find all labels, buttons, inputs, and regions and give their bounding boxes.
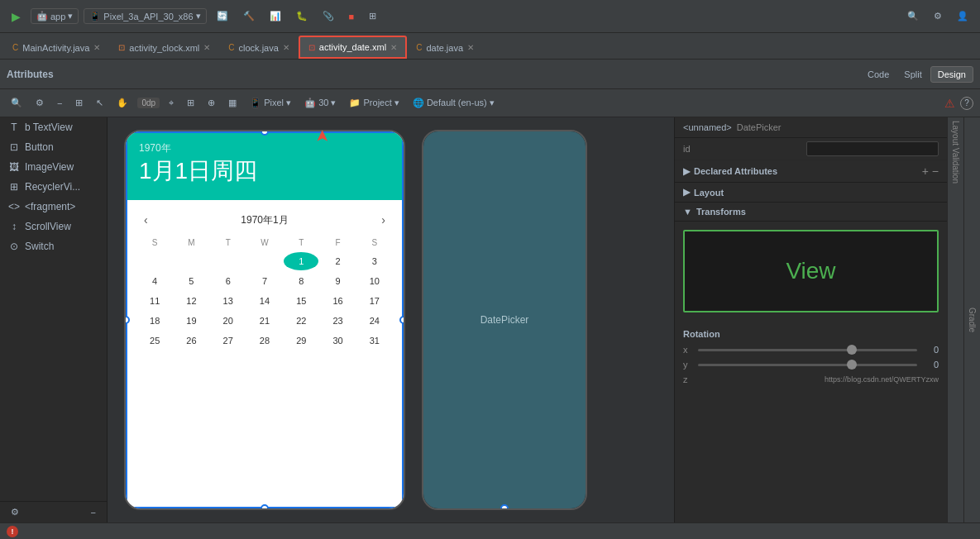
snap-btn[interactable]: ⌖: [165, 96, 178, 110]
cal-day-6[interactable]: 6: [211, 272, 246, 290]
rotation-y-slider[interactable]: [698, 364, 917, 366]
align-btn[interactable]: ⊞: [183, 96, 198, 110]
attr-declared-section[interactable]: ▶ Declared Attributes + −: [675, 160, 947, 183]
avatar-button[interactable]: 👤: [952, 9, 973, 23]
cal-day-25[interactable]: 25: [137, 332, 172, 350]
rotation-x-slider[interactable]: [698, 349, 917, 351]
app-dropdown[interactable]: 🤖 app ▾: [31, 8, 79, 24]
resize-handle-2-bottom[interactable]: [500, 504, 509, 510]
tab-date-java[interactable]: C date.java ✕: [407, 36, 483, 59]
palette-item-recyclerview[interactable]: ⊞ RecyclerVi...: [0, 177, 107, 197]
layout-button[interactable]: ⊞: [364, 9, 381, 23]
project-dropdown-btn[interactable]: 📁 Project ▾: [345, 96, 403, 110]
build-button[interactable]: 🔨: [238, 9, 260, 23]
cal-day-7[interactable]: 7: [247, 272, 282, 290]
select-tool-btn[interactable]: ↖: [92, 96, 108, 110]
cal-day-9[interactable]: 9: [320, 272, 355, 290]
run-button[interactable]: ▶: [7, 8, 26, 25]
layout-validation-panel[interactable]: Layout Validation: [947, 117, 963, 522]
cal-day-16[interactable]: 16: [320, 292, 355, 310]
device-dropdown-btn[interactable]: 📱 Pixel ▾: [246, 96, 295, 110]
cal-day-17[interactable]: 17: [357, 292, 392, 310]
search-palette-btn[interactable]: 🔍: [7, 96, 26, 110]
constraints-btn[interactable]: ⊕: [203, 96, 219, 110]
cal-day-1[interactable]: 1: [284, 252, 318, 270]
cal-day-23[interactable]: 23: [320, 312, 355, 330]
cal-day-24[interactable]: 24: [357, 312, 392, 330]
debug-button[interactable]: 🐛: [291, 9, 313, 23]
tab-activity-date-close[interactable]: ✕: [390, 43, 397, 52]
calendar-prev-btn[interactable]: ‹: [139, 212, 153, 228]
palette-settings-btn[interactable]: ⚙: [7, 505, 23, 519]
cal-day-26[interactable]: 26: [174, 332, 208, 350]
tab-activity-clock-close[interactable]: ✕: [203, 43, 210, 52]
cal-day-27[interactable]: 27: [211, 332, 246, 350]
palette-item-textview[interactable]: T b TextView: [0, 117, 107, 137]
cal-day-18[interactable]: 18: [137, 312, 172, 330]
tab-clock-java-close[interactable]: ✕: [283, 43, 289, 52]
tab-activity-clock[interactable]: ⊡ activity_clock.xml ✕: [109, 36, 219, 59]
add-attr-btn[interactable]: +: [922, 165, 929, 178]
palette-item-fragment[interactable]: <> <fragment>: [0, 197, 107, 217]
cal-day-15[interactable]: 15: [284, 292, 318, 310]
cal-day-22[interactable]: 22: [284, 312, 318, 330]
search-button[interactable]: 🔍: [902, 9, 924, 23]
settings-button[interactable]: ⚙: [929, 9, 947, 23]
cal-day-2[interactable]: 2: [320, 252, 355, 270]
cal-day-4[interactable]: 4: [137, 272, 172, 290]
calendar-next-btn[interactable]: ›: [376, 212, 390, 228]
settings-palette-btn[interactable]: ⚙: [31, 96, 48, 110]
locale-dropdown-btn[interactable]: 🌐 Default (en-us) ▾: [409, 96, 499, 110]
api-dropdown-btn[interactable]: 🤖 30 ▾: [300, 96, 340, 110]
code-button[interactable]: Code: [861, 67, 896, 82]
resize-handle-right[interactable]: [399, 316, 405, 324]
cal-day-20[interactable]: 20: [211, 312, 246, 330]
tab-main-java-close[interactable]: ✕: [93, 43, 100, 52]
cal-day-8[interactable]: 8: [284, 272, 318, 290]
rotation-x-thumb: [847, 345, 857, 355]
attr-id-input[interactable]: [806, 141, 939, 156]
attach-button[interactable]: 📎: [318, 9, 339, 23]
palette-item-switch[interactable]: ⊙ Switch: [0, 236, 107, 256]
cal-day-10[interactable]: 10: [357, 272, 392, 290]
gradle-panel[interactable]: Gradle: [963, 117, 980, 522]
attr-layout-section[interactable]: ▶ Layout: [675, 183, 947, 203]
attr-transforms-section[interactable]: ▼ Transforms: [675, 203, 947, 222]
resize-handle-bottom-right[interactable]: [399, 504, 405, 510]
remove-attr-btn[interactable]: −: [932, 165, 939, 178]
calendar-row-5: 25 26 27 28 29 30 31: [137, 332, 392, 350]
cal-day-21[interactable]: 21: [247, 312, 282, 330]
split-button[interactable]: Split: [897, 67, 928, 82]
collapse-palette-btn[interactable]: −: [53, 97, 66, 110]
cal-day-13[interactable]: 13: [211, 292, 246, 310]
tab-activity-date[interactable]: ⊡ activity_date.xml ✕: [299, 36, 407, 59]
design-button[interactable]: Design: [930, 66, 973, 83]
cal-day-12[interactable]: 12: [174, 292, 208, 310]
component-tree-btn[interactable]: ⊞: [71, 96, 87, 110]
panning-btn[interactable]: ✋: [112, 96, 132, 110]
profiler-button[interactable]: 📊: [265, 9, 286, 23]
margins-btn[interactable]: ▦: [224, 96, 241, 110]
help-btn[interactable]: ?: [960, 97, 973, 110]
resize-handle-bottom[interactable]: [261, 504, 269, 510]
tab-main-java[interactable]: C MainActivity.java ✕: [3, 36, 109, 59]
tab-clock-java[interactable]: C clock.java ✕: [219, 36, 299, 59]
palette-minimize-btn[interactable]: −: [87, 505, 100, 519]
stop-button[interactable]: ■: [344, 10, 360, 23]
palette-item-button[interactable]: ⊡ Button: [0, 137, 107, 157]
palette-item-imageview[interactable]: 🖼 ImageView: [0, 157, 107, 177]
device-dropdown[interactable]: 📱 Pixel_3a_API_30_x86 ▾: [84, 8, 206, 24]
cal-day-19[interactable]: 19: [174, 312, 208, 330]
cal-day-3[interactable]: 3: [357, 252, 392, 270]
tab-date-java-close[interactable]: ✕: [467, 43, 474, 52]
palette-item-scrollview[interactable]: ↕ ScrollView: [0, 217, 107, 236]
cal-day-11[interactable]: 11: [137, 292, 172, 310]
cal-day-14[interactable]: 14: [247, 292, 282, 310]
sync-button[interactable]: 🔄: [212, 9, 233, 23]
cal-day-5[interactable]: 5: [174, 272, 208, 290]
cal-day-28[interactable]: 28: [247, 332, 282, 350]
cal-day-30[interactable]: 30: [320, 332, 355, 350]
resize-handle-bottom-left[interactable]: [124, 504, 130, 510]
cal-day-29[interactable]: 29: [284, 332, 318, 350]
cal-day-31[interactable]: 31: [357, 332, 392, 350]
